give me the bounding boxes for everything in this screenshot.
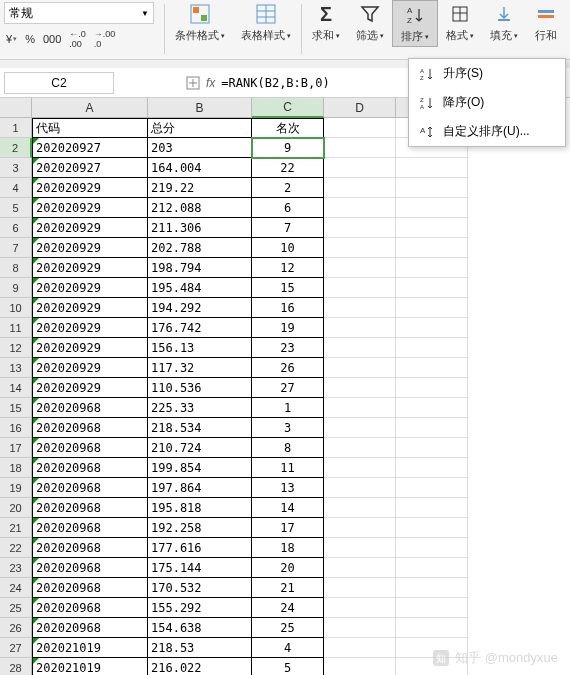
cell[interactable]: 总分 bbox=[148, 118, 252, 138]
cell[interactable] bbox=[396, 278, 468, 298]
row-header[interactable]: 23 bbox=[0, 558, 32, 578]
row-header[interactable]: 27 bbox=[0, 638, 32, 658]
percent-button[interactable]: % bbox=[23, 32, 37, 46]
row-header[interactable]: 28 bbox=[0, 658, 32, 675]
row-header[interactable]: 9 bbox=[0, 278, 32, 298]
cell[interactable] bbox=[396, 578, 468, 598]
cell[interactable]: 9 bbox=[252, 138, 324, 158]
cell[interactable]: 202.788 bbox=[148, 238, 252, 258]
cell[interactable] bbox=[324, 518, 396, 538]
cell[interactable] bbox=[396, 358, 468, 378]
cell[interactable]: 14 bbox=[252, 498, 324, 518]
column-header-a[interactable]: A bbox=[32, 98, 148, 118]
column-header-b[interactable]: B bbox=[148, 98, 252, 118]
cell[interactable]: 199.854 bbox=[148, 458, 252, 478]
sort-button[interactable]: AZ 排序▾ bbox=[392, 0, 438, 47]
thousands-button[interactable]: 000 bbox=[41, 32, 63, 46]
cell[interactable]: 194.292 bbox=[148, 298, 252, 318]
cell[interactable]: 212.088 bbox=[148, 198, 252, 218]
cell[interactable]: 170.532 bbox=[148, 578, 252, 598]
cell[interactable] bbox=[324, 618, 396, 638]
sum-button[interactable]: Σ 求和▾ bbox=[304, 0, 348, 45]
cell[interactable]: 225.33 bbox=[148, 398, 252, 418]
cell[interactable]: 216.022 bbox=[148, 658, 252, 675]
cell[interactable]: 5 bbox=[252, 658, 324, 675]
cell[interactable]: 177.616 bbox=[148, 538, 252, 558]
cell[interactable] bbox=[396, 218, 468, 238]
cell[interactable] bbox=[324, 118, 396, 138]
cell[interactable]: 202020968 bbox=[32, 598, 148, 618]
cell[interactable]: 195.818 bbox=[148, 498, 252, 518]
number-format-dropdown[interactable]: 常规 ▼ bbox=[4, 2, 154, 24]
cell[interactable]: 11 bbox=[252, 458, 324, 478]
table-format-button[interactable]: 表格样式▾ bbox=[233, 0, 299, 45]
rowcol-button[interactable]: 行和 bbox=[526, 0, 566, 45]
cell[interactable] bbox=[324, 558, 396, 578]
cell[interactable]: 202020929 bbox=[32, 218, 148, 238]
row-header[interactable]: 25 bbox=[0, 598, 32, 618]
cell[interactable]: 16 bbox=[252, 298, 324, 318]
name-box[interactable]: C2 bbox=[4, 72, 114, 94]
cell[interactable]: 197.864 bbox=[148, 478, 252, 498]
cell[interactable]: 202020968 bbox=[32, 418, 148, 438]
cell[interactable]: 26 bbox=[252, 358, 324, 378]
cell[interactable]: 18 bbox=[252, 538, 324, 558]
cell[interactable]: 156.13 bbox=[148, 338, 252, 358]
row-header[interactable]: 26 bbox=[0, 618, 32, 638]
cell[interactable]: 203 bbox=[148, 138, 252, 158]
cell[interactable] bbox=[396, 298, 468, 318]
cell[interactable]: 15 bbox=[252, 278, 324, 298]
conditional-format-button[interactable]: 条件格式▾ bbox=[167, 0, 233, 45]
cell[interactable]: 202020929 bbox=[32, 318, 148, 338]
cell[interactable] bbox=[324, 198, 396, 218]
currency-button[interactable]: ¥▾ bbox=[4, 32, 19, 46]
cell[interactable] bbox=[324, 638, 396, 658]
cell[interactable] bbox=[324, 158, 396, 178]
decrease-decimal-button[interactable]: →.00.0 bbox=[92, 28, 118, 50]
cell[interactable]: 202020968 bbox=[32, 538, 148, 558]
cell[interactable] bbox=[396, 178, 468, 198]
cell[interactable] bbox=[396, 338, 468, 358]
cell[interactable] bbox=[324, 138, 396, 158]
cell[interactable] bbox=[324, 398, 396, 418]
cell[interactable]: 175.144 bbox=[148, 558, 252, 578]
sort-ascending-item[interactable]: AZ 升序(S) bbox=[409, 59, 565, 88]
cell[interactable]: 3 bbox=[252, 418, 324, 438]
cell[interactable] bbox=[324, 598, 396, 618]
cell[interactable]: 8 bbox=[252, 438, 324, 458]
cell[interactable] bbox=[324, 658, 396, 675]
row-header[interactable]: 3 bbox=[0, 158, 32, 178]
cell[interactable]: 202020968 bbox=[32, 558, 148, 578]
cell[interactable]: 202020968 bbox=[32, 398, 148, 418]
cell[interactable]: 21 bbox=[252, 578, 324, 598]
cell[interactable]: 164.004 bbox=[148, 158, 252, 178]
cell[interactable]: 218.534 bbox=[148, 418, 252, 438]
column-header-c[interactable]: C bbox=[252, 98, 324, 118]
cell[interactable]: 10 bbox=[252, 238, 324, 258]
cell[interactable]: 202020968 bbox=[32, 458, 148, 478]
row-header[interactable]: 17 bbox=[0, 438, 32, 458]
cell[interactable] bbox=[396, 418, 468, 438]
cell[interactable]: 2 bbox=[252, 178, 324, 198]
cell[interactable] bbox=[396, 618, 468, 638]
row-header[interactable]: 12 bbox=[0, 338, 32, 358]
row-header[interactable]: 5 bbox=[0, 198, 32, 218]
cell[interactable]: 202020927 bbox=[32, 138, 148, 158]
cell[interactable] bbox=[396, 398, 468, 418]
cell[interactable]: 202021019 bbox=[32, 638, 148, 658]
cell[interactable] bbox=[324, 338, 396, 358]
cell[interactable] bbox=[324, 298, 396, 318]
cell[interactable]: 210.724 bbox=[148, 438, 252, 458]
cell[interactable]: 176.742 bbox=[148, 318, 252, 338]
cell[interactable]: 202020968 bbox=[32, 518, 148, 538]
cell[interactable]: 202020968 bbox=[32, 578, 148, 598]
row-header[interactable]: 1 bbox=[0, 118, 32, 138]
cell[interactable] bbox=[324, 218, 396, 238]
cell[interactable] bbox=[396, 478, 468, 498]
cell[interactable] bbox=[324, 458, 396, 478]
cell[interactable]: 198.794 bbox=[148, 258, 252, 278]
cell[interactable] bbox=[324, 478, 396, 498]
row-header[interactable]: 21 bbox=[0, 518, 32, 538]
cell[interactable]: 202020929 bbox=[32, 358, 148, 378]
cell[interactable]: 17 bbox=[252, 518, 324, 538]
